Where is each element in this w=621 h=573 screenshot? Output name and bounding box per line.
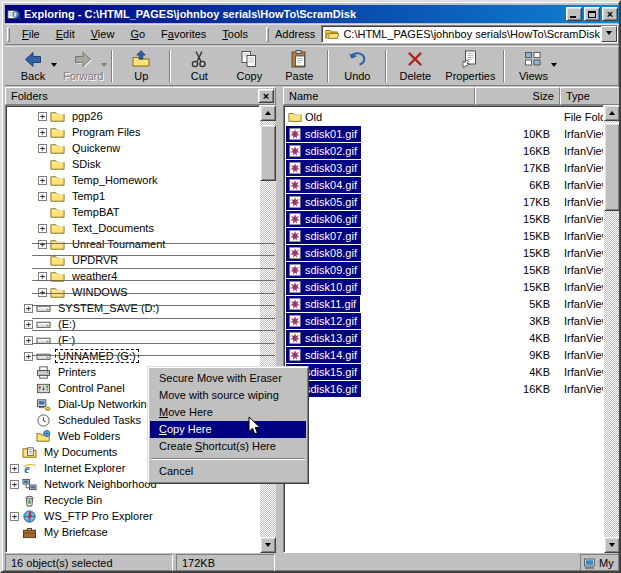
file-row-sdisk05-gif[interactable]: sdisk05.gif17KBIrfanView [284,193,603,210]
context-menu-item-create-shortcut-s-here[interactable]: Create Shortcut(s) Here [150,438,306,455]
tree-item-quickenw[interactable]: +Quickenw [8,140,259,156]
tree-scrollbar[interactable] [260,105,276,553]
expand-plus-icon[interactable]: + [24,352,33,361]
tree-item-pgp26[interactable]: +pgp26 [8,108,259,124]
file-size: 10KB [474,128,558,140]
file-name-wrap: sdisk14.gif [286,347,361,363]
expand-plus-icon[interactable]: + [10,480,19,489]
expand-plus-icon[interactable]: + [38,272,47,281]
tree-item-label: SDisk [69,157,104,171]
menu-edit[interactable]: Edit [48,26,83,42]
file-row-sdisk07-gif[interactable]: sdisk07.gif15KBIrfanView [284,227,603,244]
file-row-sdisk01-gif[interactable]: sdisk01.gif10KBIrfanView [284,125,603,142]
file-row-sdisk14-gif[interactable]: sdisk14.gif9KBIrfanView [284,346,603,363]
column-header-size[interactable]: Size [475,87,560,105]
expand-plus-icon[interactable]: + [38,288,47,297]
context-menu-item-move-here[interactable]: Move Here [150,404,306,421]
expand-plus-icon[interactable]: + [38,112,47,121]
tree-item-my-briefcase[interactable]: My Briefcase [8,524,259,540]
file-row-sdisk03-gif[interactable]: sdisk03.gif17KBIrfanView [284,159,603,176]
scroll-up-button[interactable] [260,105,276,121]
file-row-sdisk06-gif[interactable]: sdisk06.gif15KBIrfanView [284,210,603,227]
tree-item-f[interactable]: +(F:) [8,332,259,348]
file-row-sdisk15-gif[interactable]: sdisk15.gif4KBIrfanView [284,363,603,380]
scroll-down-button[interactable] [260,537,276,553]
tree-item-tempbat[interactable]: TempBAT [8,204,259,220]
title-bar[interactable]: Exploring - C:\HTML_PAGES\johnboy serial… [5,5,620,23]
file-name: sdisk12.gif [305,315,357,327]
tree-item-temp-homework[interactable]: +Temp_Homework [8,172,259,188]
tree-item-temp1[interactable]: +Temp1 [8,188,259,204]
toolbar-cut-button[interactable]: Cut [174,47,224,85]
toolbar-up-button[interactable]: Up [116,47,166,85]
expand-plus-icon[interactable]: + [24,320,33,329]
file-row-sdisk09-gif[interactable]: sdisk09.gif15KBIrfanView [284,261,603,278]
expand-plus-icon[interactable]: + [24,336,33,345]
tree-scrollbar-thumb[interactable] [260,125,276,181]
scroll-up-button[interactable] [604,105,620,121]
address-grip[interactable] [266,27,269,42]
list-scrollbar[interactable] [604,105,620,553]
tree-item-windows[interactable]: +WINDOWS [8,284,259,300]
tree-item-sdisk[interactable]: SDisk [8,156,259,172]
toolbar-paste-button[interactable]: Paste [274,47,324,85]
column-header-type[interactable]: Type [560,87,620,105]
list-scrollbar-thumb[interactable] [604,123,620,211]
expand-plus-icon[interactable]: + [38,192,47,201]
address-dropdown-button[interactable] [601,26,617,42]
tree-item-updrvr[interactable]: UPDRVR [8,252,259,268]
expand-plus-icon[interactable]: + [24,304,33,313]
tree-item-program-files[interactable]: +Program Files [8,124,259,140]
file-row-sdisk10-gif[interactable]: sdisk10.gif15KBIrfanView [284,278,603,295]
tree-item-recycle-bin[interactable]: Recycle Bin [8,492,259,508]
menu-tools[interactable]: Tools [214,26,256,42]
expand-plus-icon[interactable]: + [38,240,47,249]
menu-grip[interactable] [7,27,10,42]
address-input[interactable]: C:\HTML_PAGES\johnboy serials\HowTo\Scra… [321,25,618,43]
tree-item-text-documents[interactable]: +Text_Documents [8,220,259,236]
file-row-sdisk04-gif[interactable]: sdisk04.gif6KBIrfanView [284,176,603,193]
tree-item-unreal-tournament[interactable]: +Unreal Tournament [8,236,259,252]
toolbar-views-button[interactable]: Views [508,47,558,85]
expand-plus-icon[interactable]: + [10,512,19,521]
tree-item-e[interactable]: +(E:) [8,316,259,332]
menu-view[interactable]: View [83,26,123,42]
toolbar-undo-button[interactable]: Undo [332,47,382,85]
file-row-sdisk16-gif[interactable]: sdisk16.gif16KBIrfanView [284,380,603,397]
tree-item-label: WINDOWS [69,285,131,299]
context-menu-item-secure-move-with-eraser[interactable]: Secure Move with Eraser [150,370,306,387]
file-row-sdisk11-gif[interactable]: sdisk11.gif5KBIrfanView [284,295,603,312]
expand-plus-icon[interactable]: + [38,176,47,185]
maximize-button[interactable] [584,7,600,21]
expand-plus-icon[interactable]: + [10,464,19,473]
expand-plus-icon[interactable]: + [38,128,47,137]
tree-item-weather4[interactable]: +weather4 [8,268,259,284]
context-menu-item-cancel[interactable]: Cancel [150,463,306,480]
menu-go[interactable]: Go [122,26,153,42]
toolbar-copy-button[interactable]: Copy [224,47,274,85]
column-header-name[interactable]: Name [283,87,475,105]
expand-plus-icon[interactable]: + [38,224,47,233]
toolbar-properties-button[interactable]: Properties [440,47,500,85]
expand-plus-icon[interactable]: + [38,144,47,153]
menu-favorites[interactable]: Favorites [153,26,214,42]
file-row-old[interactable]: OldFile Folder [284,108,603,125]
tree-item-system-save-d[interactable]: +SYSTEM_SAVE (D:) [8,300,259,316]
network-computers-icon [22,477,37,492]
file-row-sdisk02-gif[interactable]: sdisk02.gif16KBIrfanView [284,142,603,159]
file-row-sdisk12-gif[interactable]: sdisk12.gif3KBIrfanView [284,312,603,329]
toolbar-delete-button[interactable]: Delete [390,47,440,85]
context-menu-item-move-with-source-wiping[interactable]: Move with source wiping [150,387,306,404]
file-row-sdisk13-gif[interactable]: sdisk13.gif4KBIrfanView [284,329,603,346]
toolbar-separator [503,50,505,82]
scroll-down-button[interactable] [604,537,620,553]
tree-item-ws-ftp-pro-explorer[interactable]: +WS_FTP Pro Explorer [8,508,259,524]
context-menu-item-copy-here[interactable]: Copy Here [150,421,306,438]
close-folders-button[interactable]: × [258,89,274,103]
toolbar-back-button[interactable]: Back [8,47,58,85]
file-row-sdisk08-gif[interactable]: sdisk08.gif15KBIrfanView [284,244,603,261]
close-button[interactable]: × [602,7,618,21]
minimize-button[interactable] [566,7,582,21]
menu-file[interactable]: File [14,26,48,42]
tree-item-unnamed-g[interactable]: +UNNAMED (G:) [8,348,259,364]
